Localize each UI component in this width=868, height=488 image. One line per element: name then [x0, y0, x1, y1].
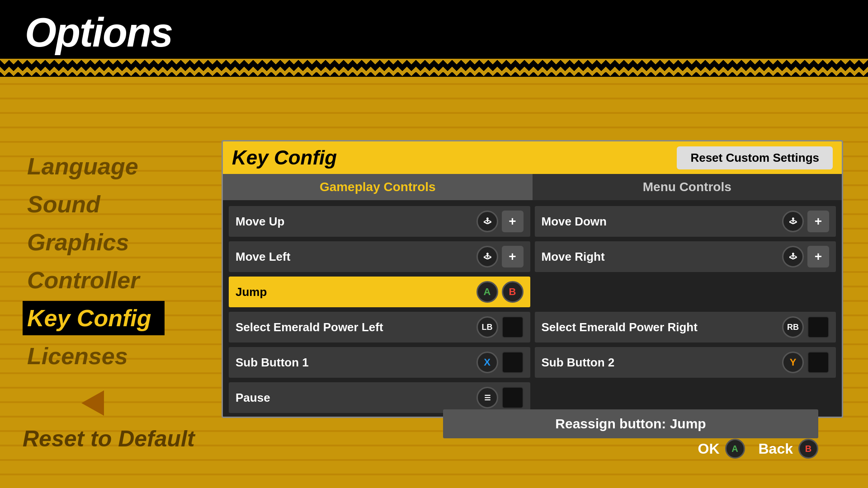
controls-section: Move Up 🕹 + Move Down 🕹 + Move: [223, 200, 842, 418]
ok-button-group: OK A: [698, 439, 745, 459]
key-config-header: Key Config Reset Custom Settings: [223, 141, 842, 174]
control-buttons-sub1: X: [476, 352, 524, 373]
btn-x: X: [476, 352, 498, 373]
control-label-pause: Pause: [236, 391, 270, 405]
tabs-row: Gameplay Controls Menu Controls: [223, 174, 842, 200]
sidebar-reset-button[interactable]: Reset to Default: [23, 426, 195, 452]
sidebar-item-graphics[interactable]: Graphics: [23, 225, 215, 259]
tab-menu-controls[interactable]: Menu Controls: [533, 174, 842, 200]
control-row-move-down[interactable]: Move Down 🕹 +: [535, 206, 836, 237]
control-row-sub-button-1[interactable]: Sub Button 1 X: [229, 347, 530, 378]
control-label-sub-button-2: Sub Button 2: [542, 356, 615, 370]
btn-plus-move-up[interactable]: +: [502, 211, 524, 232]
control-label-move-left: Move Left: [236, 250, 290, 264]
btn-plus-move-down[interactable]: +: [807, 211, 829, 232]
status-text: Reassign button: Jump: [555, 416, 706, 432]
control-row-empty-jump: [535, 277, 836, 307]
sidebar: Language Sound Graphics Controller Key C…: [0, 131, 215, 488]
control-buttons-move-down: 🕹 +: [782, 211, 829, 232]
back-btn-icon[interactable]: B: [798, 439, 818, 459]
control-buttons-move-right: 🕹 +: [782, 246, 829, 267]
dark-slot-sub2: [807, 352, 829, 373]
control-buttons-emerald-left: LB: [476, 316, 524, 338]
control-row-pause[interactable]: Pause ☰: [229, 382, 530, 413]
control-buttons-move-up: 🕹 +: [476, 211, 524, 232]
bottom-controls: OK A Back B: [698, 439, 819, 459]
back-label: Back: [759, 441, 793, 457]
control-buttons-move-left: 🕹 +: [476, 246, 524, 267]
control-buttons-emerald-right: RB: [782, 316, 829, 338]
control-row-empty-pause: [535, 382, 836, 413]
control-label-select-emerald-left: Select Emerald Power Left: [236, 320, 383, 334]
control-label-select-emerald-right: Select Emerald Power Right: [542, 320, 698, 334]
sidebar-item-keyconfig[interactable]: Key Config: [23, 301, 165, 335]
btn-b-jump: B: [502, 281, 524, 303]
tab-gameplay-controls[interactable]: Gameplay Controls: [223, 174, 533, 200]
control-buttons-sub2: Y: [782, 352, 829, 373]
control-row-jump[interactable]: Jump A B: [229, 277, 530, 307]
back-button-group: Back B: [759, 439, 819, 459]
control-row-move-up[interactable]: Move Up 🕹 +: [229, 206, 530, 237]
btn-rb: RB: [782, 316, 804, 338]
control-buttons-jump: A B: [476, 281, 524, 303]
control-row-select-emerald-left[interactable]: Select Emerald Power Left LB: [229, 312, 530, 343]
ok-label: OK: [698, 441, 720, 457]
key-config-title: Key Config: [232, 146, 337, 169]
control-label-move-up: Move Up: [236, 215, 284, 229]
zigzag-border: [0, 59, 868, 72]
control-label-jump: Jump: [236, 285, 267, 299]
sidebar-item-licenses[interactable]: Licenses: [23, 339, 215, 373]
dark-slot-pause: [502, 387, 524, 408]
reset-custom-settings-button[interactable]: Reset Custom Settings: [677, 146, 833, 169]
btn-plus-move-left[interactable]: +: [502, 246, 524, 267]
control-row-move-right[interactable]: Move Right 🕹 +: [535, 241, 836, 272]
btn-y: Y: [782, 352, 804, 373]
btn-l-right: 🕹: [782, 246, 804, 267]
page-title: Options: [25, 9, 172, 56]
dark-slot-sub1: [502, 352, 524, 373]
dark-slot-emerald-left: [502, 316, 524, 338]
key-config-panel: Key Config Reset Custom Settings Gamepla…: [222, 140, 843, 418]
control-buttons-pause: ☰: [476, 387, 524, 408]
left-triangle-decoration: [81, 390, 104, 416]
content-panel: Key Config Reset Custom Settings Gamepla…: [222, 140, 843, 463]
btn-menu: ☰: [476, 387, 498, 408]
status-bar: Reassign button: Jump: [443, 409, 818, 438]
btn-l-down: 🕹: [782, 211, 804, 232]
sidebar-item-language[interactable]: Language: [23, 149, 215, 183]
sidebar-item-sound[interactable]: Sound: [23, 187, 215, 221]
btn-l-left: 🕹: [476, 246, 498, 267]
dark-slot-emerald-right: [807, 316, 829, 338]
control-label-sub-button-1: Sub Button 1: [236, 356, 309, 370]
btn-l-up: 🕹: [476, 211, 498, 232]
control-row-select-emerald-right[interactable]: Select Emerald Power Right RB: [535, 312, 836, 343]
ok-btn-icon[interactable]: A: [725, 439, 745, 459]
btn-lb: LB: [476, 316, 498, 338]
main-area: Language Sound Graphics Controller Key C…: [0, 66, 868, 488]
btn-plus-move-right[interactable]: +: [807, 246, 829, 267]
control-row-sub-button-2[interactable]: Sub Button 2 Y: [535, 347, 836, 378]
control-label-move-right: Move Right: [542, 250, 605, 264]
top-bar: Options: [0, 0, 868, 66]
btn-a-jump: A: [476, 281, 498, 303]
control-row-move-left[interactable]: Move Left 🕹 +: [229, 241, 530, 272]
control-label-move-down: Move Down: [542, 215, 607, 229]
sidebar-item-controller[interactable]: Controller: [23, 263, 215, 297]
